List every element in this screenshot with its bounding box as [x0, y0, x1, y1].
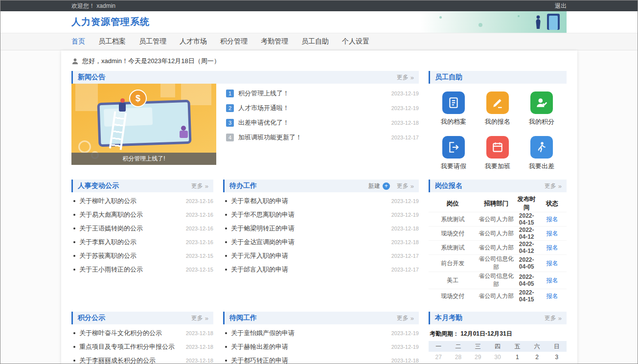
list-item[interactable]: 关于邰言入职的申请 2023-12-17	[223, 263, 419, 276]
bullet-icon	[225, 228, 227, 229]
list-item[interactable]: 关于华不思离职的申请 2023-12-19	[223, 208, 419, 222]
list-item[interactable]: 关于李丽丽成长积分的公示 2023-12-18	[71, 354, 213, 364]
job-post: 系统测试	[429, 241, 477, 255]
list-item[interactable]: 关于柳叶入职的公示 2023-12-16	[71, 194, 213, 208]
bullet-icon	[225, 332, 227, 334]
toread-more-link[interactable]: 更多 »	[397, 314, 414, 322]
news-carousel-image[interactable]: $ 积分管理上线了!	[71, 84, 216, 165]
list-item[interactable]: 关于童怡娥产假的申请 2023-12-19	[223, 326, 419, 340]
nav-item[interactable]: 员工档案	[98, 37, 126, 46]
news-more-link[interactable]: 更多 »	[397, 73, 414, 82]
tile-request-leave[interactable]: 我要请假	[441, 136, 466, 171]
new-task-button[interactable]: 新建 +	[368, 182, 390, 190]
tile-my-points[interactable]: 我的积分	[529, 91, 554, 126]
list-item[interactable]: 关于苏莪离职的公示 2023-12-15	[71, 249, 213, 263]
item-title: 关于王语嫣转岗的公示	[79, 224, 182, 233]
calendar-grid: 27 28 29 30	[429, 352, 567, 364]
signup-link[interactable]: 报名	[546, 230, 558, 237]
tile-request-trip[interactable]: 我要出差	[529, 136, 554, 171]
news-index-badge: 2	[226, 104, 234, 112]
item-date: 2023-12-18	[391, 358, 419, 364]
section-title: 本月考勤	[435, 314, 462, 322]
nav-item[interactable]: 员工管理	[139, 37, 166, 46]
list-item[interactable]: 重点项目及专项工作积分申报公示 2023-12-18	[71, 340, 213, 354]
weekday-label: 三	[468, 341, 488, 352]
news-item[interactable]: 2 人才市场开通啦！ 2023-12-19	[226, 101, 419, 115]
list-item[interactable]: 关于王语嫣转岗的公示 2023-12-16	[71, 222, 213, 235]
list-item[interactable]: 关于金达宣调岗的申请 2023-12-18	[223, 235, 419, 249]
signup-link[interactable]: 报名	[546, 293, 558, 299]
news-item-title: 出差申请优化了！	[238, 118, 387, 127]
jobs-more-link[interactable]: 更多 »	[545, 182, 562, 190]
calendar-day[interactable]: 3	[547, 352, 567, 363]
calendar-day[interactable]: 30	[488, 352, 507, 363]
section-title: 员工自助	[435, 73, 462, 82]
attendance-header: 本月考勤 更多 »	[429, 312, 567, 324]
table-row: 美工 省公司信息化部 2022-04-05 报名	[429, 272, 567, 289]
list-item[interactable]: 关于赫翰出差的申请 2023-12-19	[223, 340, 419, 354]
todo-more-link[interactable]: 更多 »	[397, 182, 414, 190]
nav-item[interactable]: 人才市场	[180, 37, 207, 46]
more-arrow-icon: »	[558, 315, 562, 322]
bullet-icon	[73, 228, 75, 229]
item-date: 2023-12-16	[186, 212, 213, 218]
toread-header: 待阅工作 更多 »	[223, 312, 419, 324]
points-more-link[interactable]: 更多 »	[191, 314, 208, 322]
section-title: 新闻公告	[78, 73, 105, 82]
decor-dot-icon	[518, 15, 520, 17]
news-item[interactable]: 4 加班调班功能更新了！ 2023-12-17	[226, 130, 419, 145]
nav-item[interactable]: 考勤管理	[261, 37, 288, 46]
plus-icon: +	[383, 182, 390, 190]
nav-item[interactable]: 积分管理	[220, 37, 248, 46]
section-todo: 待办工作 新建 + 更多 »	[223, 180, 419, 276]
nav-item[interactable]: 个人设置	[342, 37, 369, 46]
nav-item[interactable]: 首页	[71, 37, 85, 46]
more-arrow-icon: »	[410, 74, 414, 81]
figure-illustration	[120, 98, 125, 103]
signup-link[interactable]: 报名	[546, 216, 558, 223]
news-item-date: 2023-12-19	[391, 105, 419, 111]
signup-link[interactable]: 报名	[546, 244, 558, 251]
list-item[interactable]: 关于柳叶奋斗文化积分的公示 2023-12-18	[71, 326, 213, 340]
list-item[interactable]: 关于王小雨转正的公示 2023-12-15	[71, 263, 213, 276]
signup-link[interactable]: 报名	[546, 260, 558, 267]
column-header: 发布时间	[516, 195, 538, 212]
bullet-icon	[73, 269, 75, 271]
calendar-day[interactable]: 2	[527, 352, 547, 363]
main-card: 您好，xadmin！今天是2023年12月18日（周一） 新闻公告 更多 »	[61, 50, 577, 364]
day-number: 28	[455, 354, 461, 361]
list-item[interactable]: 关于鲍梁明转正的申请 2023-12-18	[223, 222, 419, 235]
door-illustration-icon	[547, 14, 560, 30]
news-index-badge: 4	[226, 134, 234, 141]
tile-label: 我要出差	[529, 162, 554, 171]
news-item[interactable]: 1 积分管理上线了！ 2023-12-19	[226, 86, 419, 101]
table-row: 系统测试 省公司人力部 2022-04-15 报名	[429, 212, 567, 227]
bullet-icon	[73, 360, 75, 362]
list-item[interactable]: 关于元萍入职的申请 2023-12-17	[223, 249, 419, 263]
tile-my-signup[interactable]: 我的报名	[485, 91, 510, 126]
tile-my-archive[interactable]: 我的档案	[441, 91, 466, 126]
signup-link[interactable]: 报名	[546, 277, 558, 284]
list-item[interactable]: 关于章都入职的申请 2023-12-19	[223, 194, 419, 208]
list-item[interactable]: 关于易大彪离职的公示 2023-12-16	[71, 208, 213, 222]
personnel-more-link[interactable]: 更多 »	[191, 182, 208, 190]
person-illustration-icon	[532, 15, 544, 29]
bullet-icon	[73, 214, 75, 216]
calendar-day[interactable]: 29	[468, 352, 488, 363]
news-item[interactable]: 3 出差申请优化了！ 2023-12-18	[226, 115, 419, 130]
nav-item[interactable]: 员工自助	[301, 37, 329, 46]
personnel-header: 人事变动公示 更多 »	[71, 180, 213, 192]
greeting-text: 您好，xadmin！今天是2023年12月18日（周一）	[82, 57, 220, 66]
list-item[interactable]: 关于李辉入职的公示 2023-12-16	[71, 235, 213, 249]
tile-request-overtime[interactable]: 我要加班	[485, 136, 510, 171]
column-header: 状态	[538, 195, 567, 212]
calendar-day[interactable]: 28	[448, 352, 468, 363]
logout-link[interactable]: 退出	[555, 2, 567, 10]
calendar-day[interactable]: 1	[507, 352, 527, 363]
person-check-icon	[530, 91, 553, 114]
calendar-day[interactable]: 27	[429, 352, 448, 363]
news-item-title: 积分管理上线了！	[238, 89, 387, 98]
attendance-more-link[interactable]: 更多 »	[545, 314, 562, 322]
list-item[interactable]: 关于都巧转正的申请 2023-12-18	[223, 354, 419, 364]
item-title: 关于都巧转正的申请	[231, 356, 387, 364]
